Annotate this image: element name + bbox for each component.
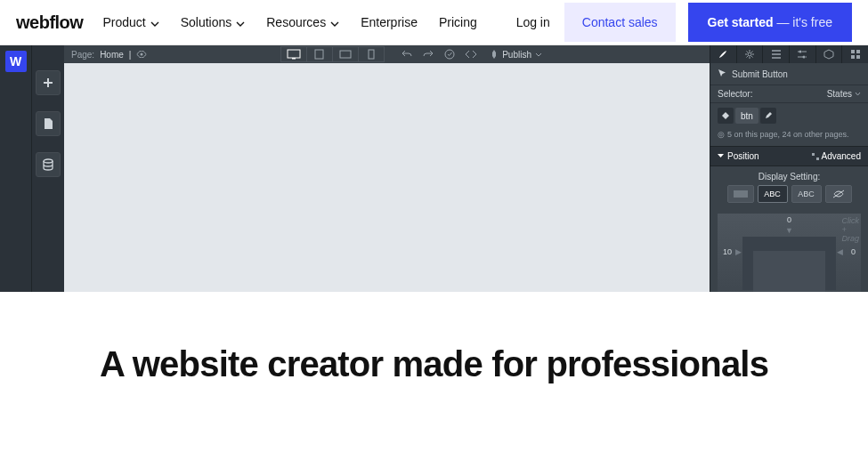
class-chip[interactable]: btn (735, 108, 758, 124)
left-rail: W (0, 45, 32, 292)
page-label: Page: (71, 50, 94, 60)
designer-topbar: Page: Home | Publish (64, 45, 710, 63)
margin-left[interactable]: 10 (723, 247, 732, 256)
tool-stack (32, 45, 64, 292)
arrow-down-icon: ▼ (785, 226, 793, 235)
get-started-button[interactable]: Get started — it's free (688, 3, 852, 42)
class-chipbar: btn (710, 103, 868, 126)
viewport-mobile-icon[interactable] (358, 46, 385, 62)
preview-icon[interactable] (136, 50, 147, 60)
svg-point-0 (44, 159, 53, 163)
sliders-icon[interactable] (789, 45, 815, 63)
chevron-down-icon (150, 15, 159, 29)
drag-hint: Click+Drag (841, 217, 859, 244)
check-icon[interactable] (440, 46, 459, 62)
display-inline-block-button[interactable]: ABC (758, 185, 788, 203)
canvas[interactable] (64, 63, 710, 292)
advanced-toggle[interactable]: Advanced (812, 151, 861, 161)
arrow-left-icon: ◀ (837, 247, 843, 256)
display-none-icon[interactable] (825, 185, 852, 203)
display-inline-button[interactable]: ABC (791, 185, 822, 203)
margin-right[interactable]: 0 (851, 247, 856, 256)
rocket-icon (490, 50, 499, 59)
logo[interactable]: webflow (16, 12, 83, 33)
display-setting-buttons: ABC ABC (710, 185, 868, 210)
get-started-suffix: — it's free (774, 15, 832, 29)
undo-icon[interactable] (397, 46, 417, 62)
edit-class-icon[interactable] (760, 108, 776, 124)
webflow-home-icon[interactable]: W (5, 51, 27, 72)
list-icon[interactable] (762, 45, 789, 63)
selector-label: Selector: (718, 89, 752, 99)
gear-icon[interactable] (736, 45, 763, 63)
advanced-label: Advanced (822, 151, 861, 161)
svg-rect-6 (369, 50, 374, 59)
selector-row: Selector: States (710, 85, 868, 103)
svg-rect-3 (292, 58, 296, 60)
chevron-down-icon (236, 15, 245, 29)
cursor-icon (718, 69, 726, 79)
svg-rect-16 (816, 157, 819, 160)
position-label: Position (727, 151, 759, 161)
brush-icon[interactable] (710, 45, 736, 63)
nav-resources-label: Resources (266, 15, 326, 29)
display-block-icon[interactable] (727, 185, 754, 203)
panel-tabs (710, 45, 868, 63)
svg-rect-13 (851, 55, 855, 59)
selector-count: ◎5 on this page, 24 on other pages. (710, 126, 868, 146)
add-element-icon[interactable] (36, 70, 61, 95)
chevron-down-icon (330, 15, 339, 29)
position-section-header[interactable]: Position Advanced (710, 146, 868, 166)
svg-rect-2 (288, 50, 300, 58)
states-label: States (827, 89, 852, 99)
chevron-down-icon (855, 93, 861, 96)
options-icon (812, 153, 819, 160)
nav-resources[interactable]: Resources (266, 15, 339, 29)
nav-product[interactable]: Product (102, 15, 158, 29)
all-tag-chip[interactable] (718, 108, 734, 124)
style-panel: Submit Button Selector: States btn ◎5 on… (710, 45, 868, 292)
nav-pricing-label: Pricing (439, 15, 477, 29)
designer-screenshot: W Page: Home | (0, 45, 868, 292)
svg-rect-17 (734, 190, 748, 198)
svg-rect-15 (812, 153, 815, 156)
contact-sales-button[interactable]: Contact sales (564, 3, 676, 42)
viewport-tablet-icon[interactable] (306, 46, 333, 62)
viewport-switcher (280, 46, 384, 62)
code-icon[interactable] (461, 46, 481, 62)
svg-rect-14 (856, 55, 860, 59)
states-dropdown[interactable]: States (827, 89, 861, 99)
top-navigation: webflow Product Solutions Resources Ente… (0, 0, 868, 45)
login-link[interactable]: Log in (516, 15, 550, 29)
box-icon[interactable] (815, 45, 842, 63)
margin-top[interactable]: 0 (787, 215, 791, 224)
pages-icon[interactable] (36, 111, 61, 136)
caret-down-icon (718, 153, 724, 159)
cms-icon[interactable] (36, 152, 61, 177)
page-info[interactable]: Page: Home | (64, 50, 147, 60)
submit-button-row[interactable]: Submit Button (710, 63, 868, 85)
svg-rect-5 (340, 51, 351, 58)
target-icon: ◎ (718, 130, 725, 139)
nav-pricing[interactable]: Pricing (439, 15, 477, 29)
designer-center: Page: Home | Publish (64, 45, 710, 292)
svg-point-1 (141, 52, 143, 55)
hero-headline: A website creator made for professionals (0, 292, 868, 385)
display-setting-label: Display Setting: (710, 166, 868, 185)
viewport-desktop-icon[interactable] (280, 46, 307, 62)
arrow-right-icon: ▶ (735, 247, 742, 256)
nav-solutions[interactable]: Solutions (181, 15, 246, 29)
nav-links: Product Solutions Resources Enterprise P… (102, 15, 476, 29)
nav-product-label: Product (102, 15, 145, 29)
nav-solutions-label: Solutions (181, 15, 232, 29)
grid-icon[interactable] (841, 45, 868, 63)
get-started-prefix: Get started (708, 15, 774, 29)
chevron-down-icon (535, 52, 542, 57)
viewport-landscape-icon[interactable] (332, 46, 359, 62)
nav-enterprise[interactable]: Enterprise (361, 15, 418, 29)
redo-icon[interactable] (418, 46, 438, 62)
svg-point-7 (445, 50, 454, 59)
publish-button[interactable]: Publish (483, 50, 549, 60)
svg-rect-12 (856, 50, 860, 53)
box-model[interactable]: Click+Drag 0 ▼ 10 12 10 ▶ 18 18 ◀ 0 (718, 214, 861, 292)
